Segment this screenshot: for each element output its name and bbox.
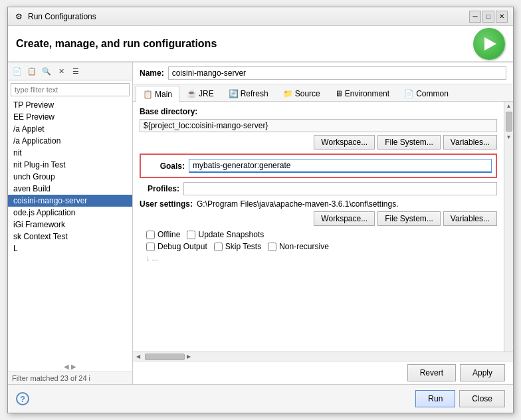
scroll-right-arrow[interactable]: ▶ (185, 354, 193, 360)
dialog-header: Create, manage, and run configurations (8, 26, 513, 62)
scroll-left-arrow[interactable]: ◀ (134, 354, 142, 360)
profiles-row: Profiles: (140, 182, 497, 195)
file-system-button-2[interactable]: File System... (377, 211, 441, 226)
goals-input[interactable] (189, 159, 492, 173)
scroll-up-arrow[interactable]: ▲ (505, 102, 513, 110)
debug-output-checkbox[interactable] (146, 243, 155, 251)
update-snapshots-checkbox-item: Update Snapshots (187, 230, 264, 239)
window-title: Run Configurations (28, 12, 469, 21)
checkbox-section: Offline Update Snapshots Debug Output (140, 230, 497, 262)
user-settings-button-row: Workspace... File System... Variables... (140, 211, 497, 226)
footer-left: ? (16, 392, 411, 405)
new-config-button[interactable]: 📄 (11, 64, 24, 78)
close-dialog-button[interactable]: Close (459, 390, 505, 407)
more-options-hint: ↓ ... (146, 254, 158, 262)
run-icon (473, 28, 505, 60)
list-item[interactable]: aven Build (8, 183, 132, 195)
name-row: Name: (133, 62, 513, 84)
offline-checkbox-item: Offline (146, 230, 180, 239)
right-panel: Name: 📋 Main ☕ JRE 🔄 Refresh 📁 (133, 62, 513, 384)
panel-content: Base directory: Workspace... File System… (133, 102, 504, 352)
profiles-label: Profiles: (140, 184, 179, 193)
name-label: Name: (140, 68, 164, 78)
tab-common[interactable]: 📄 Common (397, 86, 456, 101)
skip-tests-label: Skip Tests (225, 242, 261, 251)
goals-label: Goals: (145, 161, 185, 171)
tabs-bar: 📋 Main ☕ JRE 🔄 Refresh 📁 Source 🖥 (133, 84, 513, 102)
window-icon: ⚙ (13, 11, 24, 22)
minimize-button[interactable]: ─ (469, 11, 481, 23)
workspace-button-1[interactable]: Workspace... (314, 135, 375, 150)
profiles-input[interactable] (183, 182, 497, 195)
filter-input[interactable] (11, 83, 130, 96)
base-dir-button-row: Workspace... File System... Variables... (140, 135, 497, 150)
list-item[interactable]: /a Applet (8, 123, 132, 135)
variables-button-2[interactable]: Variables... (443, 211, 497, 226)
non-recursive-checkbox[interactable] (268, 243, 276, 251)
update-snapshots-checkbox[interactable] (187, 231, 195, 239)
environment-tab-icon: 🖥 (335, 89, 343, 98)
panel-content-area: Base directory: Workspace... File System… (133, 102, 513, 352)
list-item[interactable]: unch Group (8, 171, 132, 183)
list-item[interactable]: L (8, 243, 132, 255)
base-directory-label: Base directory: (140, 107, 497, 116)
source-tab-icon: 📁 (283, 89, 293, 98)
horizontal-scrollbar[interactable]: ◀ ▶ (133, 352, 513, 361)
window-controls: ─ □ ✕ (469, 11, 508, 23)
run-button[interactable]: Run (415, 390, 455, 407)
header-title: Create, manage, and run configurations (16, 38, 473, 50)
h-scroll-thumb[interactable] (145, 354, 185, 360)
non-recursive-label: Non-recursive (279, 242, 329, 251)
list-item[interactable]: ode.js Application (8, 207, 132, 219)
skip-tests-checkbox[interactable] (214, 243, 223, 251)
variables-button-1[interactable]: Variables... (443, 135, 497, 150)
jre-tab-label: JRE (199, 89, 214, 98)
list-item[interactable]: iGi Framework (8, 219, 132, 231)
duplicate-button[interactable]: 📋 (25, 64, 39, 78)
debug-output-label: Debug Output (157, 242, 207, 251)
skip-tests-checkbox-item: Skip Tests (214, 242, 261, 251)
revert-button[interactable]: Revert (407, 364, 456, 381)
list-item[interactable]: EE Preview (8, 111, 132, 123)
checkbox-row-1: Offline Update Snapshots (140, 230, 497, 239)
help-button[interactable]: ? (16, 392, 29, 405)
list-item[interactable]: sk Context Test (8, 231, 132, 243)
user-settings-value: G:\Program Files\java\apache-maven-3.6.1… (197, 199, 497, 209)
common-tab-icon: 📄 (404, 89, 414, 98)
scroll-thumb[interactable] (506, 112, 512, 132)
close-button[interactable]: ✕ (496, 11, 508, 23)
collapse-button[interactable]: ☰ (69, 64, 82, 78)
base-directory-input[interactable] (140, 119, 497, 132)
sidebar: 📄 📋 🔍 ✕ ☰ TP Preview EE Preview /a Apple… (8, 62, 133, 384)
scroll-down-arrow[interactable]: ▼ (505, 133, 513, 142)
workspace-button-2[interactable]: Workspace... (314, 211, 375, 226)
sidebar-toolbar: 📄 📋 🔍 ✕ ☰ (8, 62, 132, 80)
user-settings-label: User settings: (140, 199, 193, 209)
vertical-scrollbar[interactable]: ▲ ▼ (504, 102, 513, 352)
tab-main[interactable]: 📋 Main (136, 86, 179, 102)
apply-button[interactable]: Apply (460, 364, 505, 381)
run-configurations-window: ⚙ Run Configurations ─ □ ✕ Create, manag… (7, 7, 514, 413)
refresh-tab-icon: 🔄 (229, 89, 239, 98)
list-item[interactable]: nit (8, 147, 132, 159)
goals-row: Goals: (145, 159, 492, 173)
list-item[interactable]: TP Preview (8, 99, 132, 111)
file-system-button-1[interactable]: File System... (377, 135, 441, 150)
list-item[interactable]: /a Application (8, 135, 132, 147)
list-item[interactable]: nit Plug-in Test (8, 159, 132, 171)
tab-jre[interactable]: ☕ JRE (179, 86, 221, 101)
maximize-button[interactable]: □ (482, 11, 494, 23)
delete-button[interactable]: ✕ (54, 64, 68, 78)
offline-checkbox[interactable] (146, 231, 155, 239)
bottom-buttons-bar: ? Run Close (8, 384, 513, 413)
update-snapshots-label: Update Snapshots (198, 230, 264, 239)
search-button[interactable]: 🔍 (40, 64, 53, 78)
name-input[interactable] (168, 66, 506, 80)
main-tab-label: Main (155, 90, 172, 99)
selected-config-item[interactable]: coisini-mango-server (8, 195, 132, 207)
tab-environment[interactable]: 🖥 Environment (328, 86, 397, 101)
source-tab-label: Source (295, 89, 320, 98)
tab-source[interactable]: 📁 Source (276, 86, 328, 101)
tab-refresh[interactable]: 🔄 Refresh (221, 86, 276, 101)
common-tab-label: Common (416, 89, 449, 98)
